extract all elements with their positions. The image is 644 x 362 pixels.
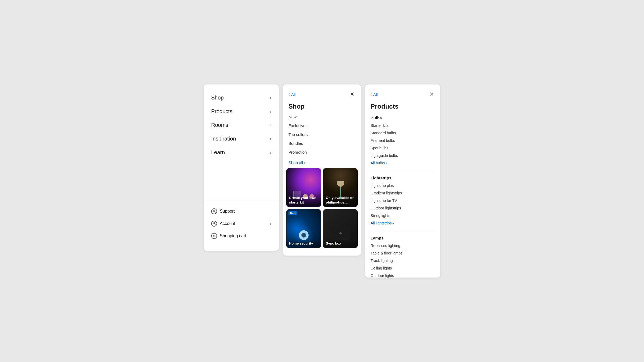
product-item-outdoor-lights[interactable]: Outdoor lights [371, 272, 435, 278]
product-item-filament-bulbs[interactable]: Filament bulbs [371, 137, 435, 144]
nav-support-item[interactable]: Support [206, 205, 277, 217]
products-panel-header: ‹ All ✕ [365, 89, 440, 102]
section-divider [371, 231, 435, 231]
lightstrips-section-title: Lightstrips [371, 176, 435, 180]
nav-learn-label: Learn [211, 149, 225, 156]
product-item-lightstrip-plus[interactable]: Lightstrip plus [371, 182, 435, 189]
shop-panel-title: Shop [283, 102, 361, 112]
card-security-label: Home security [286, 239, 321, 248]
products-back-label: All [373, 92, 378, 97]
bulbs-section-title: Bulbs [371, 116, 435, 120]
card-new-badge: New [288, 211, 297, 215]
section-divider [371, 171, 435, 171]
chevron-right-icon: › [270, 136, 271, 141]
nav-items-list: Shop › Products › Rooms › Inspiration › … [204, 91, 279, 196]
product-item-string-lights[interactable]: String lights [371, 212, 435, 219]
panels-container: Shop › Products › Rooms › Inspiration › … [204, 84, 440, 278]
svg-point-2 [214, 235, 215, 236]
shop-menu-topsellers[interactable]: Top sellers [288, 130, 356, 139]
shop-back-label: All [291, 92, 296, 97]
syncbox-visual [331, 227, 350, 240]
svg-point-0 [214, 210, 215, 211]
shop-menu-list: New Exclusives Top sellers Bundles Promo… [283, 112, 361, 157]
nav-support-label: Support [220, 209, 235, 214]
nav-bottom-left: Shopping cart [211, 233, 246, 239]
product-item-lightguide-bulbs[interactable]: Lightguide bulbs [371, 152, 435, 159]
chevron-right-icon: › [270, 221, 271, 226]
all-bulbs-label: All bulbs [371, 161, 385, 165]
shop-menu-promotion[interactable]: Promotion [288, 148, 356, 157]
nav-panel: Shop › Products › Rooms › Inspiration › … [204, 84, 279, 251]
product-item-starter-kits[interactable]: Starter kits [371, 122, 435, 129]
nav-bottom: Support Account › [204, 201, 279, 244]
nav-item-inspiration[interactable]: Inspiration › [206, 132, 277, 146]
shop-menu-new[interactable]: New [288, 112, 356, 121]
cart-icon [211, 233, 217, 239]
card-starterkit-label: Create your own starterkit [286, 194, 321, 207]
product-item-table-floor-lamps[interactable]: Table & floor lamps [371, 249, 435, 257]
all-lightstrips-link[interactable]: All lightstrips › [371, 219, 435, 228]
all-lightstrips-label: All lightstrips [371, 221, 392, 225]
products-panel: ‹ All ✕ Products Bulbs Starter kits Stan… [365, 84, 440, 278]
nav-item-products[interactable]: Products › [206, 105, 277, 118]
cards-grid: Create your own starterkit Only availabl… [283, 168, 361, 251]
shop-all-arrow-icon: › [304, 161, 305, 165]
nav-bottom-left: Support [211, 208, 235, 214]
products-section-lamps: Lamps Recessed lighting Table & floor la… [365, 232, 440, 278]
product-item-ceiling-lights[interactable]: Ceiling lights [371, 264, 435, 272]
nav-inspiration-label: Inspiration [211, 136, 236, 142]
product-item-lightstrip-tv[interactable]: Lightstrip for TV [371, 197, 435, 204]
product-item-outdoor-lightstrips[interactable]: Outdoor lightstrips [371, 204, 435, 212]
card-sync-label: Sync box [323, 239, 358, 248]
all-lightstrips-arrow-icon: › [393, 221, 394, 225]
product-item-recessed-lighting[interactable]: Recessed lighting [371, 242, 435, 249]
nav-item-learn[interactable]: Learn › [206, 146, 277, 159]
back-arrow-icon: ‹ [371, 91, 372, 97]
nav-cart-item[interactable]: Shopping cart [206, 230, 277, 242]
nav-account-item[interactable]: Account › [206, 217, 277, 230]
shop-close-button[interactable]: ✕ [349, 90, 356, 98]
nav-account-label: Account [220, 221, 235, 226]
shop-menu-exclusives[interactable]: Exclusives [288, 121, 356, 130]
card-only-available[interactable]: Only available on philips-hue.... [323, 168, 358, 207]
nav-bottom-left: Account [211, 221, 235, 227]
all-bulbs-arrow-icon: › [386, 161, 387, 165]
nav-shop-label: Shop [211, 95, 224, 101]
shop-back-link[interactable]: ‹ All [288, 91, 296, 97]
product-item-gradient-lightstrips[interactable]: Gradient lightstrips [371, 189, 435, 197]
syncbox-dot-icon [339, 232, 342, 234]
card-home-security[interactable]: New Home security [286, 209, 321, 248]
back-arrow-icon: ‹ [288, 91, 290, 97]
all-bulbs-link[interactable]: All bulbs › [371, 159, 435, 168]
product-item-spot-bulbs[interactable]: Spot bulbs [371, 144, 435, 152]
chevron-right-icon: › [270, 95, 271, 100]
products-panel-title: Products [365, 102, 440, 112]
product-item-track-lighting[interactable]: Track lighting [371, 257, 435, 264]
lamp-shade-icon [337, 181, 344, 187]
products-section-lightstrips: Lightstrips Lightstrip plus Gradient lig… [365, 172, 440, 230]
products-back-link[interactable]: ‹ All [371, 91, 378, 97]
chevron-right-icon: › [270, 109, 271, 114]
svg-point-1 [214, 222, 215, 224]
shop-panel-header: ‹ All ✕ [283, 89, 361, 102]
product-item-standard-bulbs[interactable]: Standard bulbs [371, 129, 435, 137]
card-starterkit[interactable]: Create your own starterkit [286, 168, 321, 207]
nav-item-rooms[interactable]: Rooms › [206, 118, 277, 132]
nav-cart-label: Shopping cart [220, 234, 246, 238]
nav-rooms-label: Rooms [211, 122, 228, 128]
card-only-label: Only available on philips-hue.... [323, 194, 358, 207]
account-circle-icon [211, 208, 217, 214]
products-close-button[interactable]: ✕ [428, 90, 435, 98]
products-section-bulbs: Bulbs Starter kits Standard bulbs Filame… [365, 112, 440, 170]
nav-item-shop[interactable]: Shop › [206, 91, 277, 105]
camera-visual [299, 230, 309, 240]
chevron-right-icon: › [270, 123, 271, 128]
chevron-right-icon: › [270, 150, 271, 155]
shop-menu-bundles[interactable]: Bundles [288, 139, 356, 148]
account-icon [211, 221, 217, 227]
shop-panel: ‹ All ✕ Shop New Exclusives Top sellers … [283, 84, 361, 256]
shop-all-label: Shop all [288, 160, 303, 165]
lamps-section-title: Lamps [371, 236, 435, 240]
shop-all-link[interactable]: Shop all › [283, 159, 361, 168]
card-sync-box[interactable]: Sync box [323, 209, 358, 248]
